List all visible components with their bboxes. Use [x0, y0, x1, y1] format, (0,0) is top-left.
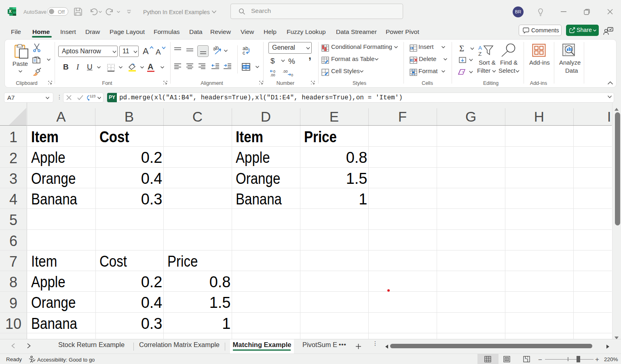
svg-text:0: 0 — [291, 73, 293, 77]
svg-text:X: X — [8, 9, 11, 14]
svg-text:Z: Z — [478, 51, 482, 57]
svg-text:.00: .00 — [283, 69, 288, 74]
svg-text:A: A — [478, 45, 482, 51]
svg-text:c: c — [243, 50, 245, 55]
svg-text:.00: .00 — [270, 73, 275, 77]
svg-text:123: 123 — [90, 94, 95, 98]
